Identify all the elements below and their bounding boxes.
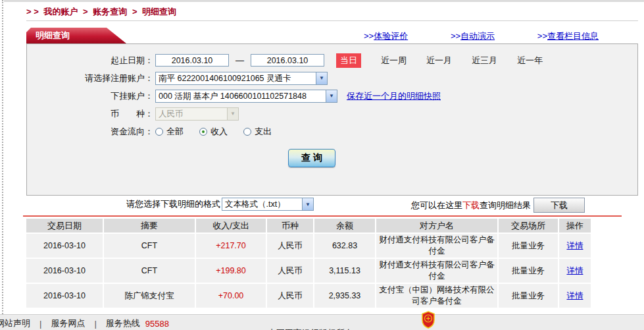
breadcrumb-item-account-query[interactable]: 账务查询: [93, 7, 127, 16]
breadcrumb-item-detail-query[interactable]: 明细查询: [142, 7, 176, 16]
top-edge-divider: [4, 0, 644, 2]
cell-date: 2016-03-10: [26, 259, 103, 283]
cell-counterparty: 财付通支付科技有限公司客户备付金: [376, 234, 497, 258]
column-header-summary: 摘要: [104, 219, 195, 233]
breadcrumb-divider: [26, 20, 638, 21]
cell-date: 2016-03-10: [26, 234, 103, 258]
breadcrumb-item-my-account[interactable]: 我的账户: [43, 7, 78, 16]
flow-option-expense[interactable]: 支出: [243, 126, 272, 138]
sub-account-row: 下挂账户： 000 活期 基本户 1406600101102571848 ▼ 保…: [27, 89, 637, 103]
download-hint-group: 您可以在这里 下载 查询明细结果 下载: [411, 198, 585, 213]
service-outlets-link[interactable]: 服务网点: [51, 317, 85, 329]
quick-range-month-button[interactable]: 近一月: [426, 55, 452, 67]
quick-range-year-button[interactable]: 近一年: [517, 55, 543, 67]
download-format-select[interactable]: 文本格式（.txt） ▼: [222, 198, 314, 211]
download-format-label: 请您选择下载明细的格式: [126, 198, 220, 210]
cell-currency: 人民币: [267, 284, 313, 308]
cell-balance: 2,935.33: [314, 284, 375, 308]
column-header-date: 交易日期: [26, 219, 103, 233]
cell-balance: 3,115.13: [314, 259, 375, 283]
download-format-group: 请您选择下载明细的格式 文本格式（.txt） ▼: [126, 198, 314, 211]
fund-flow-label: 资金流向：: [27, 126, 155, 138]
quick-range-week-button[interactable]: 近一周: [381, 55, 407, 67]
footer-links: 网站声明 | 服务网点 | 服务热线 95588: [0, 317, 169, 329]
query-button[interactable]: 查 询: [288, 149, 335, 167]
cell-currency: 人民币: [267, 234, 313, 258]
column-header-currency: 币种: [267, 219, 313, 233]
sub-account-label: 下挂账户：: [27, 90, 155, 102]
cell-action: 详情: [559, 259, 591, 283]
currency-label: 币 种：: [27, 108, 155, 120]
fund-flow-row: 资金流向： 全部 收入 支出: [27, 124, 637, 138]
cell-balance: 632.83: [314, 234, 375, 258]
date-from-input[interactable]: [155, 54, 229, 67]
sidebar-dotted-border: [2, 0, 3, 314]
query-form-panel: 起止日期： — 当日 近一周 近一月 近三月 近一年 请选择注册账户： 南平 6…: [26, 43, 638, 196]
breadcrumb-prefix: > >: [26, 7, 39, 16]
radio-icon[interactable]: [155, 128, 163, 136]
quick-range-quarter-button[interactable]: 近三月: [472, 55, 497, 67]
flow-option-all[interactable]: 全部: [155, 126, 184, 138]
register-account-select[interactable]: 南平 6222001406100921065 灵通卡 ▼: [155, 72, 328, 85]
cell-place: 批量业务: [499, 284, 558, 308]
download-hint-link[interactable]: 下载: [462, 200, 480, 211]
detail-link[interactable]: 详情: [567, 290, 583, 302]
chevron-down-icon: ▼: [316, 72, 327, 84]
cell-date: 2016-03-10: [26, 284, 103, 308]
hotline-label: 服务热线: [106, 317, 140, 329]
footer-separator: |: [94, 319, 96, 329]
cell-place: 批量业务: [499, 234, 558, 258]
transactions-table: 交易日期 摘要 收入/支出 币种 余额 对方户名 交易场所 操作 2016-03…: [26, 219, 591, 308]
result-section-divider: [23, 215, 622, 217]
cell-place: 批量业务: [499, 259, 558, 283]
cell-summary: CFT: [104, 234, 195, 258]
cell-summary: 陈广锦支付宝: [104, 284, 195, 308]
quick-range-today-button[interactable]: 当日: [336, 53, 361, 68]
copyright-text: 中国工商银行版权所有 京ICP证 030247号: [253, 317, 353, 330]
column-info-link[interactable]: >>查看栏目信息: [537, 30, 599, 42]
column-header-place: 交易场所: [499, 219, 558, 233]
chevron-down-icon: ▼: [227, 108, 238, 120]
sub-account-select[interactable]: 000 活期 基本户 1406600101102571848 ▼: [155, 90, 337, 103]
breadcrumb-separator: >: [83, 7, 88, 16]
top-links: >>体验评价 >>自动演示 >>查看栏目信息: [364, 30, 599, 42]
breadcrumb-separator: >: [132, 7, 137, 16]
tab-detail-query: 明细查询: [26, 28, 126, 43]
detail-link[interactable]: 详情: [567, 240, 583, 252]
experience-review-link[interactable]: >>体验评价: [364, 30, 408, 42]
column-header-counterparty: 对方户名: [376, 219, 497, 233]
hotline-number: 95588: [145, 319, 169, 329]
cell-amount: +199.80: [196, 259, 266, 283]
security-badge-icon: [421, 311, 435, 329]
register-account-row: 请选择注册账户： 南平 6222001406100921065 灵通卡 ▼: [27, 71, 637, 85]
column-header-amount: 收入/支出: [196, 219, 266, 233]
date-to-input[interactable]: [251, 54, 324, 67]
detail-link[interactable]: 详情: [567, 265, 583, 277]
cell-counterparty: 支付宝（中国）网络技术有限公司客户备付金: [376, 284, 497, 308]
icbc-detail-query-page: > > 我的账户 > 账务查询 > 明细查询 明细查询 >>体验评价 >>自动演…: [0, 0, 644, 330]
download-hint-after: 查询明细结果: [480, 200, 531, 211]
flow-option-income[interactable]: 收入: [199, 126, 228, 138]
cell-currency: 人民币: [267, 259, 313, 283]
download-button[interactable]: 下载: [533, 198, 585, 213]
chevron-down-icon: ▼: [326, 90, 337, 102]
column-header-action: 操作: [559, 219, 591, 233]
cell-counterparty: 财付通支付科技有限公司客户备付金: [376, 259, 497, 283]
download-row: 请您选择下载明细的格式 文本格式（.txt） ▼ 您可以在这里 下载 查询明细结…: [0, 198, 644, 215]
radio-icon[interactable]: [199, 128, 207, 136]
currency-select: 人民币 ▼: [155, 107, 239, 121]
radio-icon[interactable]: [243, 128, 251, 136]
date-range-label: 起止日期：: [27, 55, 155, 67]
auto-demo-link[interactable]: >>自动演示: [451, 30, 495, 42]
query-button-row: 查 询: [27, 151, 637, 165]
footer: 网站声明 | 服务网点 | 服务热线 95588 中国工商银行版权所有 京ICP…: [0, 314, 644, 330]
save-snapshot-link[interactable]: 保存近一个月的明细快照: [347, 90, 441, 102]
cell-amount: +217.70: [196, 234, 266, 258]
footer-separator: |: [39, 319, 41, 329]
cell-summary: CFT: [104, 259, 195, 283]
register-account-label: 请选择注册账户：: [27, 72, 155, 84]
site-statement-link[interactable]: 网站声明: [0, 317, 30, 329]
column-header-balance: 余额: [314, 219, 375, 233]
breadcrumb: > > 我的账户 > 账务查询 > 明细查询: [26, 6, 179, 18]
cell-action: 详情: [559, 284, 591, 308]
